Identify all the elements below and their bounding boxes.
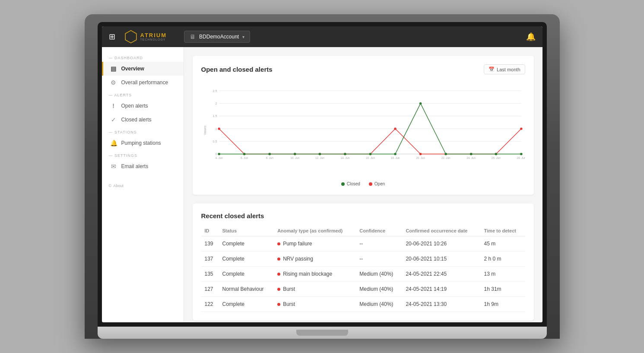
sidebar: — Dashboard ▤ Overview ⚙ Overall perform… — [102, 47, 184, 322]
svg-point-45 — [318, 153, 320, 155]
svg-text:0.5: 0.5 — [213, 140, 217, 143]
screen-bezel: ⊞ ATRIUM TECHNOLOGY 🖥 BDDemoAccount ▾ — [98, 22, 547, 327]
cell-confidence: -- — [356, 236, 402, 251]
cell-anomaly: Pump failure — [274, 236, 356, 251]
calendar-icon: 📅 — [489, 67, 495, 72]
col-status: Status — [219, 226, 274, 236]
chart-card: Open and closed alerts 📅 Last month Valu… — [193, 56, 534, 195]
svg-text:2: 2 — [215, 102, 217, 105]
anomaly-dot — [277, 258, 280, 261]
about-link[interactable]: © About — [102, 182, 184, 190]
cell-anomaly: Burst — [274, 297, 356, 312]
cell-confidence: Medium (40%) — [356, 267, 402, 282]
legend-open: Open — [369, 181, 385, 186]
bell-icon[interactable]: 🔔 — [526, 32, 536, 41]
cell-date: 20-06-2021 10:26 — [402, 236, 480, 251]
email-icon: ✉ — [110, 163, 117, 170]
col-date: Confirmed occurrence date — [402, 226, 480, 236]
table-row[interactable]: 139CompletePump failure--20-06-2021 10:2… — [201, 236, 525, 251]
legend-closed: Closed — [341, 181, 360, 186]
last-month-button[interactable]: 📅 Last month — [484, 64, 525, 74]
svg-text:12. Jun: 12. Jun — [315, 156, 324, 159]
cell-id: 122 — [201, 297, 219, 312]
svg-text:8. Jun: 8. Jun — [266, 156, 273, 159]
table-body: 139CompletePump failure--20-06-2021 10:2… — [201, 236, 525, 312]
col-confidence: Confidence — [356, 226, 402, 236]
svg-text:1.5: 1.5 — [213, 114, 217, 118]
table-header: ID Status Anomaly type (as confirmed) Co… — [201, 226, 525, 236]
svg-text:14. Jun: 14. Jun — [340, 156, 349, 159]
chart-svg: Values 0 0.5 1 — [201, 79, 525, 178]
cell-date: 24-05-2021 14:19 — [402, 282, 480, 297]
sidebar-item-overview[interactable]: ▤ Overview — [102, 62, 184, 76]
cell-status: Complete — [219, 251, 274, 267]
chart-header: Open and closed alerts 📅 Last month — [201, 64, 525, 74]
table-row[interactable]: 127Normal BehaviourBurstMedium (40%)24-0… — [201, 282, 525, 297]
sidebar-item-closed-alerts[interactable]: ✓ Closed alerts — [102, 113, 184, 127]
svg-text:20. Jun: 20. Jun — [416, 156, 425, 159]
pumping-icon: 🔔 — [110, 140, 117, 146]
cell-anomaly: Rising main blockage — [274, 267, 356, 282]
sidebar-item-overall-performance-label: Overall performance — [121, 80, 168, 86]
svg-point-46 — [344, 153, 346, 155]
svg-point-50 — [444, 153, 447, 155]
svg-point-36 — [419, 153, 421, 155]
open-label: Open — [374, 181, 385, 186]
closed-dot — [341, 182, 345, 186]
svg-point-42 — [243, 153, 245, 155]
cell-status: Complete — [219, 267, 274, 282]
chart-title: Open and closed alerts — [201, 66, 273, 73]
svg-text:10. Jun: 10. Jun — [290, 156, 299, 159]
logo-sub: TECHNOLOGY — [140, 38, 167, 41]
svg-text:4. Jun: 4. Jun — [215, 156, 223, 159]
svg-text:2.5: 2.5 — [213, 89, 217, 93]
cell-confidence: Medium (40%) — [356, 297, 402, 312]
svg-point-44 — [294, 153, 296, 155]
logo-hex-icon — [124, 30, 138, 44]
table-row[interactable]: 137CompleteNRV passing--20-06-2021 10:15… — [201, 251, 525, 267]
table-row[interactable]: 135CompleteRising main blockageMedium (4… — [201, 267, 525, 282]
cell-date: 20-06-2021 10:15 — [402, 251, 480, 267]
svg-point-47 — [369, 153, 371, 155]
cell-confidence: -- — [356, 251, 402, 267]
chart-area: Values 0 0.5 1 — [201, 79, 525, 178]
about-icon: © — [109, 184, 112, 188]
laptop-screen: ⊞ ATRIUM TECHNOLOGY 🖥 BDDemoAccount ▾ — [102, 26, 542, 322]
cell-id: 139 — [201, 236, 219, 251]
about-label: About — [113, 184, 124, 188]
cell-time: 1h 9m — [481, 297, 525, 312]
col-anomaly: Anomaly type (as confirmed) — [274, 226, 356, 236]
content-area: Open and closed alerts 📅 Last month Valu… — [184, 47, 542, 322]
svg-point-35 — [394, 127, 396, 130]
performance-icon: ⚙ — [110, 79, 117, 86]
svg-text:16. Jun: 16. Jun — [365, 156, 374, 159]
table-row[interactable]: 122CompleteBurstMedium (40%)24-05-2021 1… — [201, 297, 525, 312]
cell-anomaly: Burst — [274, 282, 356, 297]
cell-time: 1h 31m — [481, 282, 525, 297]
cell-confidence: Medium (40%) — [356, 282, 402, 297]
sidebar-item-overall-performance[interactable]: ⚙ Overall performance — [102, 76, 184, 89]
svg-point-49 — [419, 102, 421, 105]
account-selector[interactable]: 🖥 BDDemoAccount ▾ — [184, 31, 250, 43]
cell-status: Normal Behaviour — [219, 282, 274, 297]
svg-point-53 — [520, 153, 522, 155]
sidebar-item-pumping-stations[interactable]: 🔔 Pumping stations — [102, 136, 184, 150]
open-alerts-icon: ! — [110, 102, 117, 109]
sidebar-item-open-alerts[interactable]: ! Open alerts — [102, 99, 184, 113]
cell-time: 45 m — [481, 236, 525, 251]
col-id: ID — [201, 226, 219, 236]
svg-point-40 — [520, 127, 522, 130]
sidebar-item-overview-label: Overview — [121, 66, 144, 72]
sidebar-item-closed-alerts-label: Closed alerts — [121, 117, 152, 123]
table-card: Recent closed alerts ID Status Anomaly t… — [193, 204, 534, 321]
cell-status: Complete — [219, 236, 274, 251]
cell-date: 24-05-2021 22:45 — [402, 267, 480, 282]
svg-point-51 — [470, 153, 472, 155]
sidebar-item-open-alerts-label: Open alerts — [121, 103, 148, 109]
sidebar-item-email-alerts[interactable]: ✉ Email alerts — [102, 159, 184, 173]
top-bar: ⊞ ATRIUM TECHNOLOGY 🖥 BDDemoAccount ▾ — [102, 26, 542, 47]
cell-id: 127 — [201, 282, 219, 297]
col-time: Time to detect — [481, 226, 525, 236]
table-title: Recent closed alerts — [201, 212, 525, 219]
grid-icon[interactable]: ⊞ — [109, 32, 115, 41]
